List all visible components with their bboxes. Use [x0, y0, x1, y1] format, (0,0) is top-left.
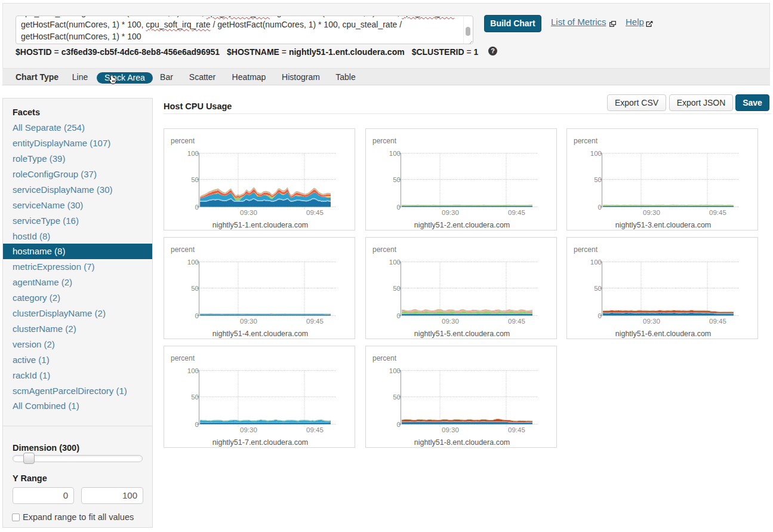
svg-text:09:30: 09:30 — [442, 426, 459, 433]
svg-text:percent: percent — [171, 137, 195, 145]
svg-text:percent: percent — [372, 137, 397, 145]
svg-text:0: 0 — [397, 204, 401, 211]
svg-text:0: 0 — [195, 312, 199, 319]
svg-text:09:45: 09:45 — [306, 426, 324, 433]
svg-text:100: 100 — [590, 259, 602, 266]
svg-text:nightly51-3.ent.cloudera.com: nightly51-3.ent.cloudera.com — [615, 221, 712, 229]
svg-text:nightly51-6.ent.cloudera.com: nightly51-6.ent.cloudera.com — [615, 330, 712, 338]
svg-text:09:45: 09:45 — [508, 426, 525, 433]
svg-text:50: 50 — [594, 285, 602, 292]
svg-text:percent: percent — [372, 245, 397, 254]
svg-text:09:30: 09:30 — [240, 209, 257, 216]
svg-text:nightly51-8.ent.cloudera.com: nightly51-8.ent.cloudera.com — [414, 438, 510, 447]
svg-text:09:30: 09:30 — [643, 209, 660, 216]
svg-text:100: 100 — [389, 367, 401, 374]
svg-text:09:30: 09:30 — [442, 209, 459, 216]
svg-text:50: 50 — [191, 393, 199, 401]
svg-text:09:45: 09:45 — [709, 209, 726, 216]
svg-text:percent: percent — [372, 354, 397, 362]
svg-text:0: 0 — [397, 421, 401, 428]
svg-text:0: 0 — [195, 204, 199, 211]
svg-text:0: 0 — [397, 312, 401, 319]
svg-text:09:30: 09:30 — [240, 318, 257, 325]
svg-text:100: 100 — [187, 367, 199, 374]
svg-text:nightly51-1.ent.cloudera.com: nightly51-1.ent.cloudera.com — [213, 221, 309, 229]
svg-text:50: 50 — [191, 285, 199, 292]
svg-text:0: 0 — [195, 421, 199, 428]
svg-text:100: 100 — [187, 259, 199, 266]
svg-text:50: 50 — [393, 285, 401, 292]
svg-text:nightly51-5.ent.cloudera.com: nightly51-5.ent.cloudera.com — [414, 330, 510, 338]
svg-text:50: 50 — [191, 176, 199, 183]
svg-text:09:45: 09:45 — [306, 209, 324, 216]
svg-text:0: 0 — [598, 204, 602, 211]
svg-text:100: 100 — [389, 150, 401, 157]
svg-text:09:45: 09:45 — [508, 318, 525, 325]
svg-text:09:45: 09:45 — [508, 209, 525, 216]
svg-text:100: 100 — [389, 259, 401, 266]
svg-text:50: 50 — [393, 176, 401, 183]
svg-text:09:30: 09:30 — [442, 318, 459, 325]
svg-text:percent: percent — [574, 137, 598, 145]
svg-text:09:30: 09:30 — [643, 318, 660, 325]
svg-text:percent: percent — [171, 354, 195, 362]
svg-text:percent: percent — [171, 245, 195, 254]
svg-text:nightly51-2.ent.cloudera.com: nightly51-2.ent.cloudera.com — [414, 221, 510, 229]
svg-text:100: 100 — [590, 150, 602, 157]
svg-text:nightly51-4.ent.cloudera.com: nightly51-4.ent.cloudera.com — [213, 330, 309, 338]
svg-text:09:45: 09:45 — [709, 318, 726, 325]
svg-text:09:30: 09:30 — [240, 426, 257, 433]
svg-text:nightly51-7.ent.cloudera.com: nightly51-7.ent.cloudera.com — [213, 438, 309, 447]
svg-text:100: 100 — [187, 150, 199, 157]
svg-text:50: 50 — [594, 176, 602, 183]
svg-text:50: 50 — [393, 393, 401, 401]
svg-text:percent: percent — [574, 245, 598, 254]
svg-text:09:45: 09:45 — [306, 318, 324, 325]
svg-text:0: 0 — [598, 312, 602, 319]
